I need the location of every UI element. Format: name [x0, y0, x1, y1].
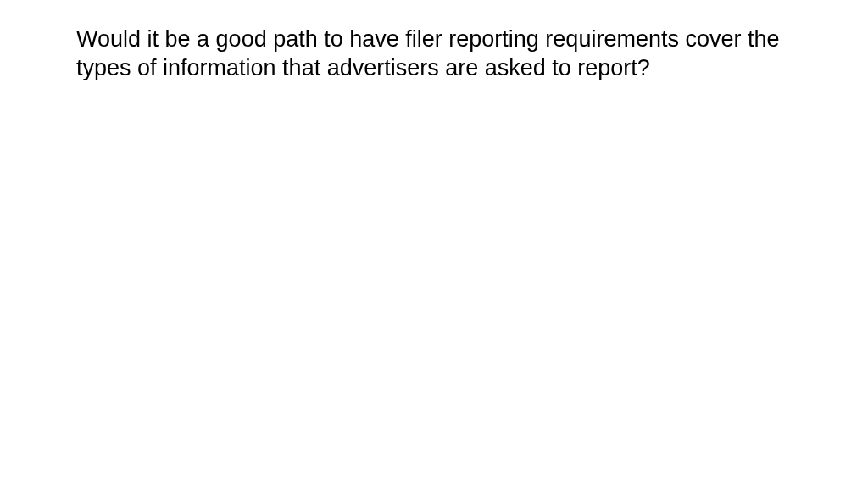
slide-heading: Would it be a good path to have filer re…: [76, 25, 792, 83]
